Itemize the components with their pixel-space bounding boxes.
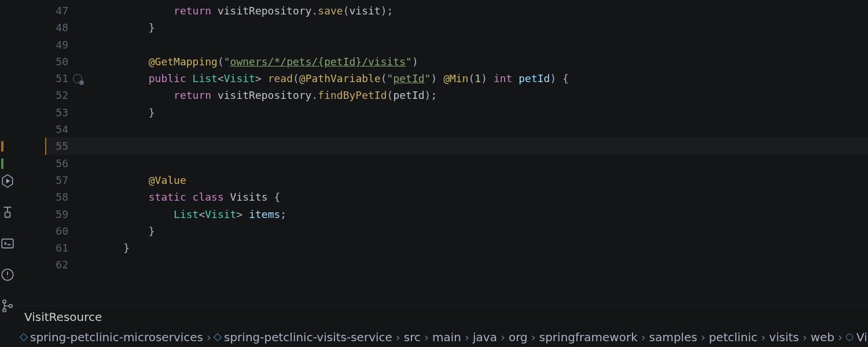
breadcrumb-label: springframework: [539, 330, 638, 344]
terminal-icon[interactable]: [0, 236, 15, 251]
change-marker[interactable]: [1, 158, 3, 169]
line-number[interactable]: 59: [15, 206, 68, 223]
structure-tab-label: VisitResource: [24, 310, 102, 324]
line-number[interactable]: 57: [15, 172, 68, 189]
services-icon[interactable]: [0, 205, 15, 220]
chevron-right-icon: ›: [641, 330, 646, 344]
breadcrumb-label: main: [432, 330, 461, 344]
breadcrumb-label: web: [811, 330, 834, 344]
current-line-highlight: [45, 138, 868, 154]
breadcrumb-item[interactable]: main: [432, 330, 461, 344]
code-line[interactable]: public List<Visit> read(@PathVariable("p…: [98, 70, 868, 87]
code-area[interactable]: 47484950515253545556575859606162 return …: [15, 0, 868, 305]
chevron-right-icon: ›: [501, 330, 505, 344]
code-line[interactable]: }: [98, 104, 868, 121]
line-number[interactable]: 58: [15, 189, 68, 205]
code-content[interactable]: return visitRepository.save(visit); } @G…: [68, 0, 868, 305]
chevron-right-icon: ›: [701, 330, 705, 344]
svg-rect-2: [5, 212, 10, 217]
breadcrumb-label: spring-petclinic-microservices: [30, 330, 203, 344]
chevron-right-icon: ›: [396, 330, 400, 344]
chevron-right-icon: ›: [424, 330, 429, 344]
breadcrumb-label: spring-petclinic-visits-service: [224, 330, 392, 344]
svg-marker-1: [6, 179, 10, 184]
line-number[interactable]: 49: [15, 36, 68, 53]
chevron-right-icon: ›: [207, 330, 211, 344]
code-line[interactable]: static class Visits {: [98, 189, 868, 205]
breadcrumb-label: visits: [769, 330, 799, 344]
breadcrumb-item[interactable]: petclinic: [709, 330, 757, 344]
breadcrumb-item[interactable]: visits: [769, 330, 799, 344]
code-line[interactable]: }: [98, 19, 868, 36]
line-number[interactable]: 61: [15, 239, 68, 256]
svg-point-7: [9, 304, 12, 307]
breadcrumb-item[interactable]: Vi: [846, 330, 867, 344]
chevron-right-icon: ›: [838, 330, 843, 344]
line-number[interactable]: 52: [15, 87, 68, 104]
breadcrumb-item[interactable]: org: [509, 330, 528, 344]
class-icon: [846, 334, 853, 341]
breadcrumb-item[interactable]: spring-petclinic-microservices: [21, 330, 203, 344]
line-number[interactable]: 47: [15, 2, 68, 19]
code-line[interactable]: }: [98, 239, 868, 256]
line-number[interactable]: 51: [15, 70, 68, 87]
module-icon: [20, 333, 28, 341]
line-number[interactable]: 50: [15, 53, 68, 70]
chevron-right-icon: ›: [761, 330, 766, 344]
activity-bar: [0, 0, 15, 347]
editor-area: 47484950515253545556575859606162 return …: [15, 0, 868, 347]
line-number[interactable]: 62: [15, 256, 68, 273]
breadcrumb-item[interactable]: java: [473, 330, 497, 344]
code-line[interactable]: [98, 155, 868, 172]
code-line[interactable]: [98, 138, 868, 154]
code-line[interactable]: [98, 36, 868, 53]
module-icon: [214, 333, 222, 341]
svg-point-5: [3, 300, 6, 303]
breadcrumbs[interactable]: spring-petclinic-microservices›spring-pe…: [15, 327, 868, 347]
breadcrumb-item[interactable]: web: [811, 330, 834, 344]
line-number[interactable]: 54: [15, 121, 68, 138]
problems-icon[interactable]: [0, 267, 15, 282]
git-icon[interactable]: [0, 298, 15, 313]
code-line[interactable]: [98, 121, 868, 138]
breadcrumb-label: java: [473, 330, 497, 344]
code-line[interactable]: }: [98, 223, 868, 239]
svg-rect-3: [2, 239, 13, 248]
breadcrumb-label: org: [509, 330, 528, 344]
breadcrumb-item[interactable]: src: [404, 330, 421, 344]
line-number[interactable]: 53: [15, 104, 68, 121]
line-number[interactable]: 60: [15, 223, 68, 239]
code-line[interactable]: return visitRepository.findByPetId(petId…: [98, 87, 868, 104]
breadcrumb-item[interactable]: springframework: [539, 330, 638, 344]
breadcrumb-label: samples: [649, 330, 697, 344]
breadcrumb-item[interactable]: samples: [649, 330, 697, 344]
chevron-right-icon: ›: [465, 330, 469, 344]
svg-point-6: [3, 309, 6, 312]
line-number[interactable]: 48: [15, 19, 68, 36]
code-line[interactable]: [98, 256, 868, 273]
change-marker[interactable]: [1, 141, 3, 152]
breadcrumb-label: petclinic: [709, 330, 757, 344]
breadcrumb-label: src: [404, 330, 421, 344]
breadcrumb-item[interactable]: spring-petclinic-visits-service: [215, 330, 392, 344]
run-icon[interactable]: [0, 174, 15, 189]
structure-tab[interactable]: VisitResource: [15, 305, 868, 327]
code-line[interactable]: @Value: [98, 172, 868, 189]
chevron-right-icon: ›: [531, 330, 536, 344]
chevron-right-icon: ›: [803, 330, 807, 344]
code-line[interactable]: return visitRepository.save(visit);: [98, 2, 868, 19]
code-line[interactable]: List<Visit> items;: [98, 206, 868, 223]
breadcrumb-label: Vi: [856, 330, 867, 344]
line-number[interactable]: 56: [15, 155, 68, 172]
code-line[interactable]: @GetMapping("owners/*/pets/{petId}/visit…: [98, 53, 868, 70]
